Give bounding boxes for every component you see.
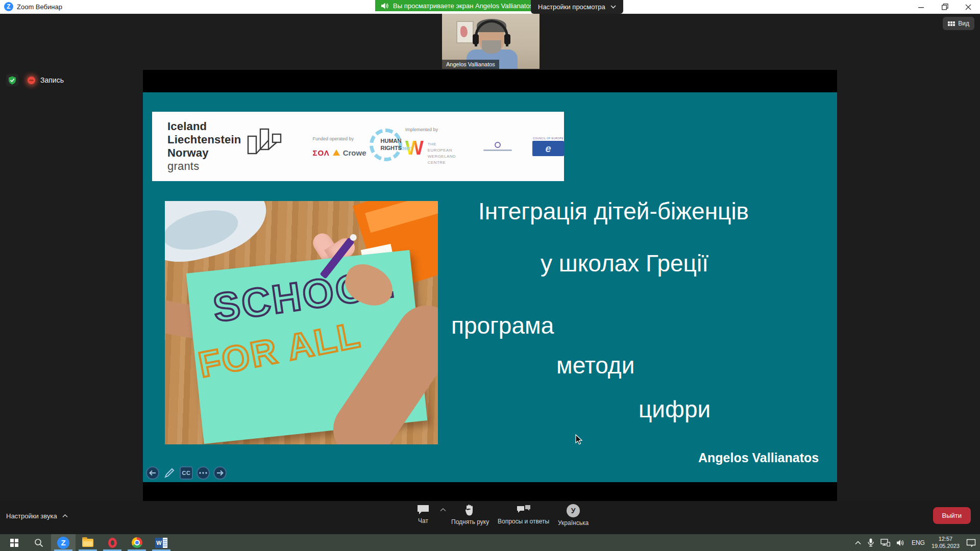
speaker-name-label: Angelos Vallianatos [442, 60, 499, 69]
pen-tool-button[interactable] [163, 466, 176, 480]
minimize-button[interactable] [910, 0, 933, 14]
taskbar-zoom-app[interactable]: Z [51, 534, 76, 551]
eea-grants-glyph [247, 127, 283, 166]
file-explorer-icon [82, 539, 93, 547]
interpretation-button[interactable]: У Українська [558, 504, 589, 527]
chevron-down-icon [610, 5, 616, 9]
share-banner-text: Вы просматриваете экран Angelos Valliana… [393, 2, 533, 10]
arrow-right-icon [216, 470, 224, 476]
language-indicator[interactable]: ENG [912, 539, 925, 546]
security-shield-icon[interactable] [6, 74, 18, 86]
close-icon [965, 4, 971, 10]
slide-item-metody: методи [556, 352, 634, 379]
view-grid-icon [948, 21, 955, 26]
taskbar-explorer-app[interactable] [76, 534, 100, 551]
chat-bubble-icon [416, 504, 430, 515]
qa-label: Вопросы и ответы [498, 518, 549, 525]
restore-icon [942, 4, 948, 10]
slide-photo: SCHOOL FOR ALL [165, 201, 438, 444]
previous-slide-button[interactable] [146, 466, 159, 480]
slide-author: Angelos Vallianatos [698, 450, 819, 465]
qa-button[interactable]: Вопросы и ответы [498, 504, 549, 525]
view-button-label: Вид [958, 20, 969, 27]
triangle-logo-icon [333, 149, 340, 156]
volume-icon[interactable] [897, 539, 905, 546]
search-icon [34, 538, 43, 547]
arrow-left-icon [149, 470, 156, 476]
close-button[interactable] [957, 0, 980, 14]
notifications-icon[interactable] [966, 539, 976, 547]
pen-icon [164, 467, 175, 479]
view-button[interactable]: Вид [943, 17, 974, 30]
wergeland-line2: WERGELAND [428, 154, 456, 160]
window-title: Zoom Вебинар [17, 3, 62, 11]
system-tray: ENG 12:57 19.05.2023 [855, 534, 976, 551]
taskbar-search-button[interactable] [27, 534, 51, 551]
speaker-video-thumbnail[interactable]: Angelos Vallianatos [442, 14, 540, 69]
captions-button[interactable]: CC [180, 466, 193, 480]
raise-hand-button[interactable]: Поднять руку [451, 504, 489, 525]
taskbar-word-app[interactable]: W [149, 534, 174, 551]
opera-icon [108, 538, 117, 548]
recording-dot-icon [28, 77, 35, 84]
word-icon: W [155, 538, 167, 548]
zoom-app-icon: Z [4, 2, 13, 11]
council-of-europe-logo: COUNCIL OF EUROPE e [532, 137, 564, 156]
interpretation-language-icon: У [567, 504, 580, 517]
implemented-by-caption: Implemented by [405, 127, 456, 132]
windows-logo-icon [10, 539, 18, 547]
eea-grants-logo: Iceland Liechtenstein Norway grants [167, 120, 283, 173]
implemented-by-block: Implemented by W THE EUROPEAN WERGELAND … [405, 127, 456, 166]
funded-by-block: Funded operated by ΣΟΛ Crowe [312, 136, 366, 157]
hr360-line1: HUMAN [381, 138, 411, 145]
view-settings-button[interactable]: Настройки просмотра [531, 0, 623, 14]
shared-screen-area: Iceland Liechtenstein Norway grants Fund… [143, 70, 837, 501]
headphone-earcup-right [504, 34, 510, 44]
chevron-up-icon [62, 514, 68, 518]
chrome-icon [132, 537, 142, 548]
raise-hand-label: Поднять руку [451, 518, 489, 525]
slide-logo-bar: Iceland Liechtenstein Norway grants Fund… [152, 112, 564, 181]
tray-date: 19.05.2023 [932, 543, 960, 550]
tray-chevron-up-icon[interactable] [855, 541, 861, 545]
interpretation-label: Українська [558, 519, 589, 527]
funded-by-caption: Funded operated by [312, 136, 366, 141]
wergeland-line1: THE EUROPEAN [428, 141, 456, 154]
leave-button[interactable]: Выйти [933, 507, 971, 524]
meeting-toolbar: Настройки звука Чат Поднять руку Вопросы… [0, 501, 980, 534]
view-settings-label: Настройки просмотра [538, 3, 605, 11]
recording-indicator: Запись [6, 74, 64, 86]
qa-bubbles-icon [516, 504, 531, 516]
partner-emblem [483, 142, 512, 151]
minimize-icon [918, 4, 924, 10]
restore-button[interactable] [933, 0, 957, 14]
chat-button[interactable]: Чат [416, 504, 430, 524]
partner-emblem-icon [495, 142, 501, 148]
microphone-icon[interactable] [868, 538, 874, 547]
screen-share-banner: Вы просматриваете экран Angelos Valliana… [375, 0, 539, 11]
presentation-slide: Iceland Liechtenstein Norway grants Fund… [143, 92, 837, 482]
start-button[interactable] [2, 534, 27, 551]
next-slide-button[interactable] [213, 466, 227, 480]
taskbar-chrome-app[interactable] [125, 534, 149, 551]
taskbar-opera-app[interactable] [100, 534, 125, 551]
human-rights-360-logo: HUMAN RIGHTS360° [370, 127, 382, 166]
zoom-taskbar-icon: Z [57, 537, 69, 549]
picture-frame [456, 21, 474, 43]
coe-caption: COUNCIL OF EUROPE [533, 137, 564, 140]
slide-item-programa: програма [451, 312, 554, 339]
slide-title-line1: Інтеграція дітей-біженців [478, 197, 749, 225]
ellipsis-icon [199, 472, 207, 474]
windows-taskbar: Z W ENG 12:57 19.05.2023 [0, 534, 980, 551]
slide-title-line2: у школах Греції [541, 249, 708, 277]
network-icon[interactable] [880, 539, 890, 546]
eea-line1: Iceland [167, 120, 242, 133]
eea-line3: Norway grants [167, 146, 242, 173]
chat-chevron-up-icon[interactable] [440, 508, 446, 512]
more-options-button[interactable] [197, 466, 210, 480]
presenter-controls: CC [146, 466, 227, 480]
tray-clock[interactable]: 12:57 19.05.2023 [932, 536, 960, 550]
speaker-icon [381, 3, 389, 9]
slide-item-tsyfry: цифри [639, 395, 710, 423]
audio-settings-button[interactable]: Настройки звука [6, 512, 68, 520]
